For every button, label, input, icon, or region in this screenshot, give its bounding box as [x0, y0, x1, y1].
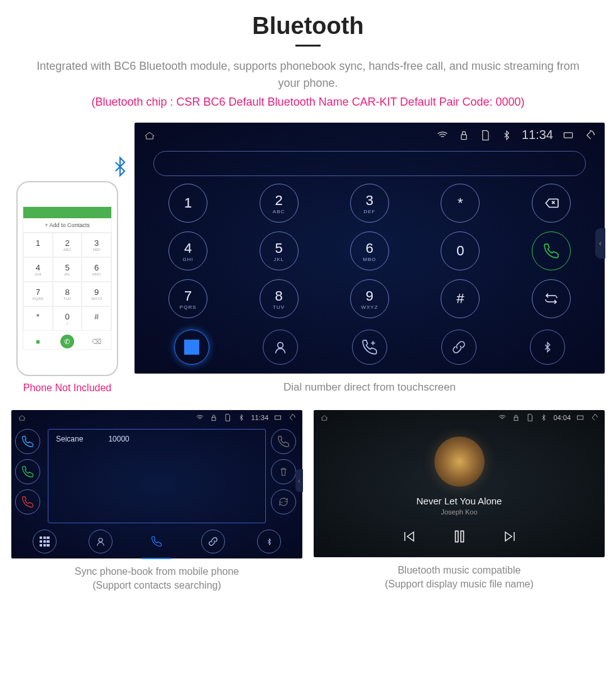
svg-rect-6 — [515, 417, 519, 420]
back-icon[interactable] — [583, 129, 596, 142]
next-track-button[interactable] — [503, 529, 518, 548]
nav-pair[interactable] — [201, 530, 225, 553]
incoming-call-icon[interactable] — [15, 429, 40, 454]
back-icon[interactable] — [287, 413, 296, 422]
sd-icon — [525, 413, 534, 422]
status-time: 11:34 — [251, 414, 268, 421]
phone-screen-header — [23, 207, 111, 218]
album-art — [434, 436, 485, 487]
phone-caption: Phone Not Included — [11, 382, 123, 394]
play-pause-button[interactable] — [451, 528, 468, 548]
nav-call-log[interactable] — [145, 530, 168, 553]
recent-apps-icon[interactable] — [576, 413, 585, 422]
dial-icon[interactable] — [15, 459, 40, 484]
home-icon[interactable] — [143, 129, 156, 142]
dialer-caption: Dial number direct from touchscreen — [135, 381, 605, 394]
call-button[interactable] — [532, 231, 571, 270]
nav-call-log[interactable] — [352, 330, 387, 365]
svg-rect-1 — [564, 132, 572, 137]
edge-drawer[interactable]: ‹ — [595, 228, 605, 258]
svg-rect-8 — [455, 531, 458, 541]
contact-name: Seicane — [56, 435, 83, 518]
phone-key-8: 8TUV — [53, 282, 82, 306]
swap-button[interactable] — [532, 279, 571, 318]
dial-key-7[interactable]: 7PQRS — [168, 279, 207, 318]
phone-key-1: 1 — [23, 233, 53, 257]
phone-key-6: 6MNO — [82, 257, 111, 282]
recent-apps-icon[interactable] — [562, 129, 575, 142]
video-call-icon: ■ — [31, 335, 45, 348]
music-caption-1: Bluetooth music compatible — [398, 565, 521, 575]
bluetooth-status-icon — [539, 413, 548, 422]
phonebook-caption-1: Sync phone-book from mobile phone — [75, 566, 239, 577]
call-contact-icon[interactable] — [271, 429, 296, 454]
lock-icon — [458, 129, 470, 142]
backspace-icon: ⌫ — [90, 335, 104, 348]
sync-icon[interactable] — [271, 489, 296, 514]
dial-key-8[interactable]: 8TUV — [260, 279, 299, 318]
svg-point-2 — [278, 342, 283, 348]
dialer-screenshot: 11:34 12ABC3DEF*4GHI5JKL6MBO07PQRS8TUV9W… — [135, 123, 605, 374]
bluetooth-icon — [109, 156, 131, 182]
dial-key-*[interactable]: * — [441, 184, 480, 223]
dial-key-3[interactable]: 3DEF — [350, 184, 389, 223]
dial-key-5[interactable]: 5JKL — [260, 231, 299, 270]
dial-key-1[interactable]: 1 — [168, 184, 207, 223]
phone-key-9: 9WXYZ — [82, 282, 111, 306]
wifi-icon — [195, 413, 204, 422]
title-underline — [295, 45, 321, 47]
bluetooth-specs: (Bluetooth chip : CSR BC6 Default Blueto… — [0, 96, 616, 109]
phone-key-3: 3DEF — [82, 233, 111, 257]
svg-rect-0 — [461, 135, 466, 140]
add-contacts-row: + Add to Contacts — [23, 218, 111, 233]
backspace-key[interactable] — [532, 184, 571, 223]
missed-call-icon[interactable] — [15, 489, 40, 514]
nav-dialpad[interactable] — [174, 330, 209, 365]
back-icon[interactable] — [590, 413, 598, 422]
song-title: Never Let You Alone — [314, 496, 605, 506]
sd-icon — [479, 129, 492, 142]
nav-contacts[interactable] — [263, 330, 298, 365]
prev-track-button[interactable] — [401, 529, 416, 548]
dial-key-2[interactable]: 2ABC — [260, 184, 299, 223]
delete-icon[interactable] — [271, 459, 296, 484]
bluetooth-status-icon — [237, 413, 246, 422]
phone-key-#: # — [82, 306, 111, 331]
bluetooth-status-icon — [500, 129, 513, 142]
dial-key-9[interactable]: 9WXYZ — [350, 279, 389, 318]
dial-key-0[interactable]: 0 — [441, 231, 480, 270]
nav-pair[interactable] — [441, 330, 476, 365]
dial-key-#[interactable]: # — [441, 279, 480, 318]
artist-name: Joseph Koo — [314, 508, 605, 516]
call-icon: ✆ — [60, 335, 74, 348]
recent-apps-icon[interactable] — [273, 413, 282, 422]
phone-key-0: 0+ — [53, 306, 82, 331]
edge-drawer[interactable]: ‹ — [295, 469, 303, 492]
phone-key-4: 4GHI — [23, 257, 53, 282]
number-input[interactable] — [153, 151, 586, 176]
nav-dialpad[interactable] — [33, 530, 57, 553]
contact-number: 10000 — [108, 435, 129, 518]
phone-key-2: 2ABC — [53, 233, 82, 257]
svg-point-5 — [99, 538, 102, 542]
contact-list[interactable]: Seicane 10000 — [48, 429, 266, 523]
lock-icon — [209, 413, 218, 422]
phone-key-7: 7PQRS — [23, 282, 53, 306]
nav-bluetooth[interactable] — [257, 530, 281, 553]
svg-rect-9 — [461, 531, 463, 541]
dial-key-4[interactable]: 4GHI — [168, 231, 207, 270]
svg-rect-3 — [212, 417, 216, 420]
sd-icon — [223, 413, 232, 422]
dial-key-6[interactable]: 6MBO — [350, 231, 389, 270]
music-screenshot: 04:04 Never Let You Alone Joseph Koo — [314, 410, 605, 557]
music-caption-2: (Support display music file name) — [385, 579, 534, 589]
phonebook-caption-2: (Support contacts searching) — [92, 580, 221, 591]
svg-rect-4 — [275, 416, 280, 419]
home-icon[interactable] — [320, 413, 329, 422]
phone-key-5: 5JKL — [53, 257, 82, 282]
nav-bluetooth[interactable] — [530, 330, 565, 365]
nav-contacts[interactable] — [89, 530, 113, 553]
status-time: 04:04 — [553, 414, 571, 421]
status-time: 11:34 — [522, 128, 553, 142]
home-icon[interactable] — [18, 413, 26, 422]
